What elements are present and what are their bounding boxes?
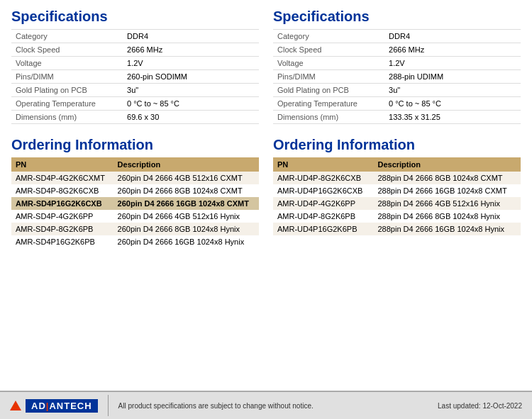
table-row: Gold Plating on PCB3u" [273, 84, 521, 97]
spec-value: 1.2V [123, 57, 259, 70]
footer-left: AD|ANTECH All product specifications are… [10, 395, 314, 416]
list-item: AMR-SD4P-4G2K6PP260pin D4 2666 4GB 512x1… [11, 210, 259, 223]
table-row: Operating Temperature0 °C to ~ 85 °C [273, 97, 521, 111]
spec-label: Voltage [11, 57, 123, 70]
spec-label: Voltage [273, 57, 384, 70]
main-content: Specifications CategoryDDR4Clock Speed26… [0, 0, 532, 291]
list-item: AMR-SD4P-4G2K6CXMT260pin D4 2666 4GB 512… [11, 172, 259, 184]
spec-value: 0 °C to ~ 85 °C [123, 97, 259, 111]
order-desc: 260pin D4 2666 16GB 1024x8 Hynix [113, 235, 259, 248]
order-pn: AMR-UD4P-8G2K6PB [273, 210, 373, 223]
spec-value: 260-pin SODIMM [123, 70, 259, 84]
right-order-title: Ordering Information [273, 137, 521, 153]
order-desc: 260pin D4 2666 16GB 1024x8 CXMT [113, 197, 259, 210]
order-desc: 288pin D4 2666 8GB 1024x8 CXMT [373, 172, 521, 184]
spec-label: Pins/DIMM [11, 70, 123, 84]
spec-label: Clock Speed [273, 43, 384, 57]
spec-value: 2666 MHz [123, 43, 259, 57]
logo-triangle-icon [10, 401, 21, 410]
order-column-header: Description [373, 157, 521, 172]
list-item: AMR-UD4P-8G2K6PB288pin D4 2666 8GB 1024x… [273, 210, 521, 223]
spec-label: Operating Temperature [273, 97, 384, 111]
spec-label: Dimensions (mm) [11, 111, 123, 124]
table-row: Pins/DIMM288-pin UDIMM [273, 70, 521, 84]
order-column-header: Description [113, 157, 259, 172]
list-item: AMR-UD4P-4G2K6PP288pin D4 2666 4GB 512x1… [273, 197, 521, 210]
order-desc: 260pin D4 2666 4GB 512x16 CXMT [113, 172, 259, 184]
list-item: AMR-UD4P16G2K6CXB288pin D4 2666 16GB 102… [273, 184, 521, 197]
order-desc: 288pin D4 2666 16GB 1024x8 Hynix [373, 223, 521, 235]
order-column-header: PN [11, 157, 113, 172]
order-pn: AMR-SD4P-8G2K6CXB [11, 184, 113, 197]
left-spec-title: Specifications [11, 9, 259, 25]
spec-value: 2666 MHz [384, 43, 521, 57]
order-desc: 288pin D4 2666 8GB 1024x8 Hynix [373, 210, 521, 223]
footer-divider [108, 395, 109, 416]
spec-value: DDR4 [123, 30, 259, 43]
order-desc: 260pin D4 2666 4GB 512x16 Hynix [113, 210, 259, 223]
spec-value: 3u" [384, 84, 521, 97]
spec-label: Dimensions (mm) [273, 111, 384, 124]
spec-label: Operating Temperature [11, 97, 123, 111]
right-column: Specifications CategoryDDR4Clock Speed26… [273, 9, 521, 248]
order-desc: 260pin D4 2666 8GB 1024x8 Hynix [113, 223, 259, 235]
footer-date: Last updated: 12-Oct-2022 [438, 402, 522, 410]
order-pn: AMR-UD4P-4G2K6PP [273, 197, 373, 210]
footer: AD|ANTECH All product specifications are… [0, 391, 532, 419]
spec-value: 69.6 x 30 [123, 111, 259, 124]
left-order-table: PNDescription AMR-SD4P-4G2K6CXMT260pin D… [11, 157, 259, 248]
spec-value: 1.2V [384, 57, 521, 70]
table-row: Voltage1.2V [11, 57, 259, 70]
list-item: AMR-UD4P-8G2K6CXB288pin D4 2666 8GB 1024… [273, 172, 521, 184]
list-item: AMR-SD4P-8G2K6CXB260pin D4 2666 8GB 1024… [11, 184, 259, 197]
spec-label: Category [11, 30, 123, 43]
spec-label: Pins/DIMM [273, 70, 384, 84]
list-item: AMR-SD4P16G2K6CXB260pin D4 2666 16GB 102… [11, 197, 259, 210]
table-row: Dimensions (mm)69.6 x 30 [11, 111, 259, 124]
list-item: AMR-SD4P16G2K6PB260pin D4 2666 16GB 1024… [11, 235, 259, 248]
table-row: Pins/DIMM260-pin SODIMM [11, 70, 259, 84]
left-column: Specifications CategoryDDR4Clock Speed26… [11, 9, 259, 248]
spec-value: 0 °C to ~ 85 °C [384, 97, 521, 111]
left-order-title: Ordering Information [11, 137, 259, 153]
order-desc: 260pin D4 2666 8GB 1024x8 CXMT [113, 184, 259, 197]
table-row: Clock Speed2666 MHz [273, 43, 521, 57]
spec-value: 133.35 x 31.25 [384, 111, 521, 124]
right-spec-table: CategoryDDR4Clock Speed2666 MHzVoltage1.… [273, 29, 521, 124]
order-pn: AMR-SD4P-4G2K6CXMT [11, 172, 113, 184]
spec-label: Clock Speed [11, 43, 123, 57]
table-row: Dimensions (mm)133.35 x 31.25 [273, 111, 521, 124]
left-spec-table: CategoryDDR4Clock Speed2666 MHzVoltage1.… [11, 29, 259, 124]
logo-text: AD|ANTECH [26, 399, 98, 413]
spec-value: DDR4 [384, 30, 521, 43]
spec-value: 288-pin UDIMM [384, 70, 521, 84]
order-desc: 288pin D4 2666 16GB 1024x8 CXMT [373, 184, 521, 197]
footer-logo: AD|ANTECH [10, 399, 98, 413]
order-pn: AMR-SD4P-8G2K6PB [11, 223, 113, 235]
order-pn: AMR-UD4P16G2K6CXB [273, 184, 373, 197]
order-pn: AMR-SD4P16G2K6CXB [11, 197, 113, 210]
order-pn: AMR-UD4P16G2K6PB [273, 223, 373, 235]
spec-value: 3u" [123, 84, 259, 97]
list-item: AMR-SD4P-8G2K6PB260pin D4 2666 8GB 1024x… [11, 223, 259, 235]
order-pn: AMR-SD4P-4G2K6PP [11, 210, 113, 223]
table-row: Operating Temperature0 °C to ~ 85 °C [11, 97, 259, 111]
right-spec-title: Specifications [273, 9, 521, 25]
table-row: Voltage1.2V [273, 57, 521, 70]
spec-label: Category [273, 30, 384, 43]
table-row: CategoryDDR4 [11, 30, 259, 43]
order-desc: 288pin D4 2666 4GB 512x16 Hynix [373, 197, 521, 210]
footer-notice: All product specifications are subject t… [118, 402, 314, 410]
table-row: CategoryDDR4 [273, 30, 521, 43]
list-item: AMR-UD4P16G2K6PB288pin D4 2666 16GB 1024… [273, 223, 521, 235]
order-column-header: PN [273, 157, 373, 172]
table-row: Clock Speed2666 MHz [11, 43, 259, 57]
spec-label: Gold Plating on PCB [273, 84, 384, 97]
spec-label: Gold Plating on PCB [11, 84, 123, 97]
right-order-table: PNDescription AMR-UD4P-8G2K6CXB288pin D4… [273, 157, 521, 235]
order-pn: AMR-UD4P-8G2K6CXB [273, 172, 373, 184]
order-pn: AMR-SD4P16G2K6PB [11, 235, 113, 248]
table-row: Gold Plating on PCB3u" [11, 84, 259, 97]
